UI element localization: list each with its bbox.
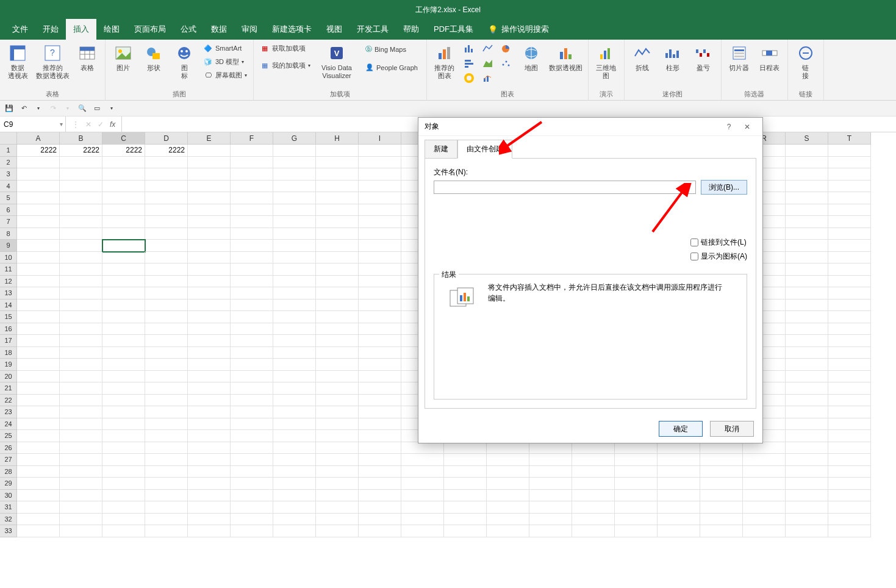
cancel-button[interactable]: 取消 [710,421,754,437]
cell[interactable] [231,347,273,359]
column-chart-button[interactable] [461,42,478,56]
cell[interactable] [359,418,401,431]
cell[interactable] [786,264,828,276]
cell[interactable] [231,311,273,323]
cell[interactable] [188,501,231,514]
name-box[interactable]: C9 ▾ [0,117,66,132]
row-header[interactable]: 14 [0,299,17,312]
cell[interactable] [316,287,359,299]
cell[interactable] [828,442,871,454]
cell[interactable] [231,335,273,347]
cell[interactable] [102,359,145,371]
cell[interactable] [188,323,231,335]
row-header[interactable]: 6 [0,204,17,217]
cell[interactable] [17,157,60,169]
cell[interactable] [359,287,401,299]
cell[interactable] [658,490,700,502]
cell[interactable] [828,287,871,299]
cell[interactable] [359,359,401,371]
cell[interactable] [444,525,487,537]
line-chart-button[interactable] [479,42,496,56]
cell[interactable] [188,264,231,276]
cell[interactable] [316,418,359,431]
cell[interactable] [359,311,401,323]
cell[interactable] [17,299,60,312]
cell[interactable] [786,418,828,431]
cell[interactable] [17,264,60,276]
dialog-titlebar[interactable]: 对象 ? ✕ [418,118,762,136]
cell[interactable] [359,323,401,335]
cell[interactable] [273,466,316,478]
cell[interactable] [17,371,60,383]
cell[interactable] [316,466,359,478]
column-header[interactable]: T [828,132,871,145]
cell[interactable] [786,406,828,418]
cell[interactable] [188,525,231,537]
cell[interactable] [188,454,231,466]
cell[interactable] [316,490,359,502]
visio-button[interactable]: V Visio Data Visualizer [315,41,358,82]
cell[interactable] [145,478,188,490]
cell[interactable] [145,442,188,454]
qat-customize[interactable]: ▾ [106,103,117,114]
cell[interactable] [786,287,828,299]
tab-file[interactable]: 文件 [5,19,35,40]
tab-new[interactable]: 新建 [425,140,457,159]
cell[interactable] [786,276,828,288]
cell[interactable] [572,525,615,537]
cell[interactable] [231,490,273,502]
cell[interactable] [700,490,743,502]
slicer-button[interactable]: 切片器 [725,41,753,74]
cell[interactable] [316,501,359,514]
cell[interactable] [145,264,188,276]
cell[interactable] [658,442,700,454]
cell[interactable] [359,264,401,276]
redo-button[interactable]: ↷ [48,103,59,114]
cell[interactable] [316,252,359,264]
cell[interactable] [615,490,658,502]
cell[interactable] [828,335,871,347]
cell[interactable] [359,490,401,502]
cell[interactable] [316,299,359,312]
cell[interactable] [231,430,273,442]
cell[interactable] [273,430,316,442]
cell[interactable] [572,478,615,490]
cell[interactable] [273,514,316,526]
cell[interactable] [401,514,444,526]
cell[interactable] [359,168,401,181]
cell[interactable] [273,478,316,490]
cell[interactable] [188,216,231,228]
cell[interactable] [273,418,316,431]
cell[interactable] [60,359,102,371]
row-header[interactable]: 32 [0,514,17,526]
cell[interactable] [60,157,102,169]
cell[interactable] [145,382,188,395]
cell[interactable] [145,371,188,383]
row-header[interactable]: 12 [0,276,17,288]
cell[interactable] [316,311,359,323]
tab-review[interactable]: 审阅 [234,19,265,40]
area-chart-button[interactable] [479,57,496,70]
cell[interactable] [786,442,828,454]
cell[interactable] [102,454,145,466]
tab-from-file[interactable]: 由文件创建 [457,140,512,159]
cell[interactable] [572,454,615,466]
cell[interactable] [102,252,145,264]
cell[interactable] [700,478,743,490]
cell[interactable] [316,382,359,395]
row-header[interactable]: 33 [0,525,17,537]
cell[interactable] [231,287,273,299]
row-header[interactable]: 25 [0,430,17,442]
cell[interactable] [786,168,828,181]
pivot-table-button[interactable]: 数据 透视表 [4,41,32,82]
close-button[interactable]: ✕ [738,123,756,131]
cell[interactable] [487,466,529,478]
cell[interactable] [231,157,273,169]
redo-dropdown[interactable]: ▾ [62,103,73,114]
cell[interactable] [102,501,145,514]
cell[interactable] [145,406,188,418]
row-header[interactable]: 9 [0,240,17,252]
cell[interactable] [231,264,273,276]
column-header[interactable]: C [102,132,145,145]
sparkline-line-button[interactable]: 折线 [628,41,656,74]
